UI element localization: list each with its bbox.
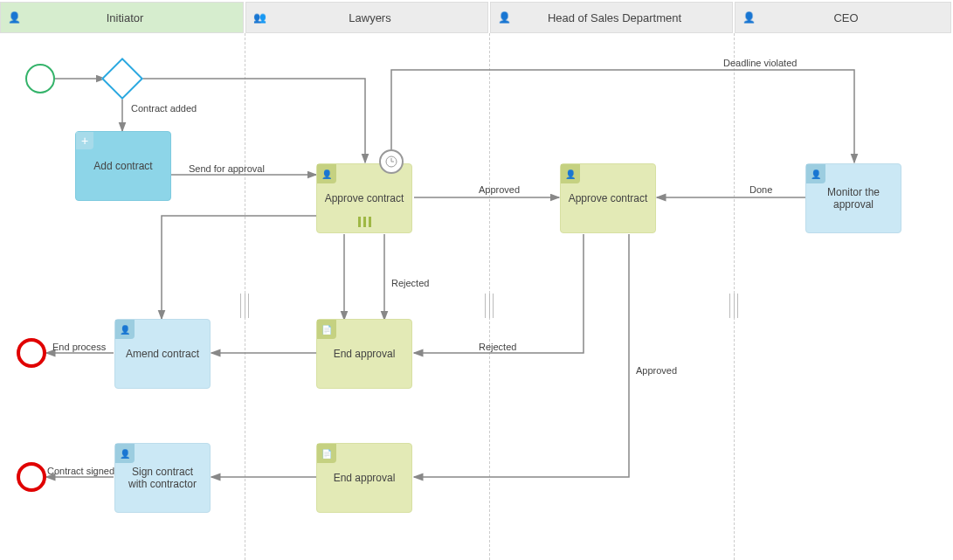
task-end-approval-2[interactable]: End approval: [316, 443, 412, 513]
lane-label: CEO: [768, 11, 950, 24]
edge-label: Deadline violated: [723, 58, 797, 68]
exclusive-gateway[interactable]: [101, 58, 143, 100]
task-monitor[interactable]: Monitor the approval: [805, 163, 901, 233]
task-add-contract[interactable]: + Add contract: [75, 131, 171, 201]
expand-icon: +: [76, 132, 93, 149]
task-approve-lawyers[interactable]: Approve contract: [316, 163, 412, 233]
edge-label: Approved: [479, 184, 520, 195]
edge-label: Rejected: [391, 278, 429, 288]
task-sign[interactable]: Sign contract with contractor: [114, 443, 211, 513]
lane-label: Initiator: [33, 11, 243, 24]
lane-header-ceo[interactable]: CEO: [735, 2, 951, 33]
task-end-approval-1[interactable]: End approval: [316, 319, 412, 389]
lane-label: Lawyers: [279, 11, 487, 24]
group-icon: [253, 11, 266, 24]
task-label: Approve contract: [569, 192, 648, 204]
edge-label: Rejected: [479, 342, 516, 352]
start-event[interactable]: [25, 64, 55, 93]
task-label: Add contract: [93, 160, 152, 172]
user-task-icon: [115, 320, 135, 339]
edge-label: Done: [749, 184, 772, 195]
task-approve-head[interactable]: Approve contract: [560, 163, 656, 233]
edge-label: Contract added: [131, 103, 197, 114]
lane-resize-handle[interactable]: [238, 291, 251, 321]
user-icon: [8, 11, 21, 24]
end-event-process[interactable]: [17, 338, 46, 368]
user-icon: [498, 11, 511, 24]
script-task-icon: [317, 444, 336, 463]
task-label: Approve contract: [325, 192, 404, 204]
user-task-icon: [317, 164, 336, 183]
user-task-icon: [806, 164, 825, 183]
edge-label: Approved: [636, 365, 677, 376]
edge-label: Send for approval: [189, 163, 265, 174]
script-task-icon: [317, 320, 336, 339]
user-task-icon: [561, 164, 580, 183]
user-task-icon: [115, 444, 135, 463]
task-label: End approval: [334, 348, 396, 360]
edge-label: End process: [52, 342, 106, 352]
task-label: Sign contract with contractor: [122, 466, 203, 490]
end-event-signed[interactable]: [17, 462, 46, 492]
timer-boundary-event[interactable]: [379, 149, 404, 174]
lane-header-head[interactable]: Head of Sales Department: [490, 2, 733, 33]
user-icon: [742, 11, 756, 24]
edge-label: Contract signed: [47, 466, 114, 476]
lane-header-initiator[interactable]: Initiator: [0, 2, 244, 33]
lane-resize-handle[interactable]: [483, 291, 495, 321]
lane-header-lawyers[interactable]: Lawyers: [245, 2, 488, 33]
task-label: End approval: [334, 472, 396, 484]
multi-instance-icon: [356, 217, 372, 227]
task-label: Monitor the approval: [813, 186, 894, 211]
lane-resize-handle[interactable]: [728, 291, 740, 321]
task-label: Amend contract: [126, 348, 199, 360]
task-amend[interactable]: Amend contract: [114, 319, 211, 389]
lane-label: Head of Sales Department: [523, 11, 732, 24]
